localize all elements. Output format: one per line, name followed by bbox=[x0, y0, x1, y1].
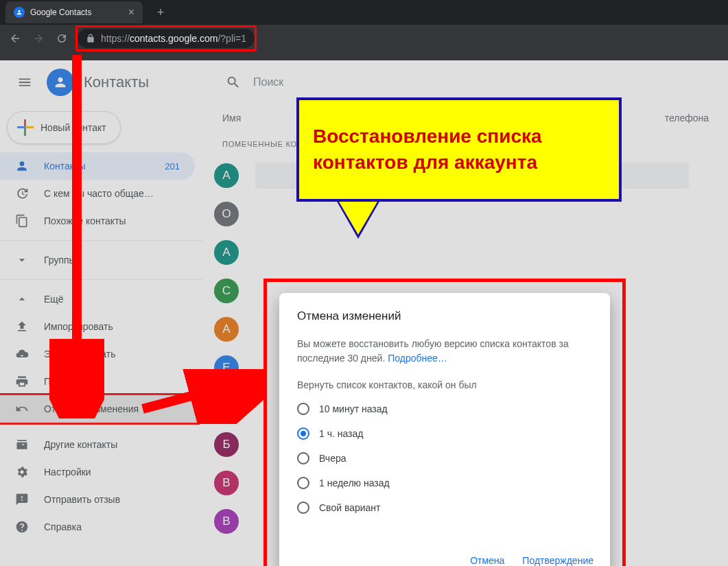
plus-icon bbox=[17, 119, 34, 136]
radio-option[interactable]: 1 неделю назад bbox=[297, 477, 592, 489]
radio-option[interactable]: Вчера bbox=[297, 452, 592, 464]
address-bar[interactable]: https://contacts.google.com/?pli=1 bbox=[78, 29, 255, 48]
sidebar-item-frequent[interactable]: С кем вы часто общае… bbox=[0, 180, 195, 207]
sidebar-item-print[interactable]: Печать bbox=[0, 368, 195, 395]
dialog-cancel-button[interactable]: Отмена bbox=[470, 555, 504, 566]
avatar: A bbox=[214, 394, 239, 418]
lock-icon bbox=[86, 34, 95, 43]
column-phone: телефона bbox=[665, 113, 709, 123]
radio-option[interactable]: Свой вариант bbox=[297, 502, 592, 514]
back-button[interactable] bbox=[5, 29, 25, 48]
sidebar-more-toggle[interactable]: Ещё bbox=[0, 285, 195, 313]
search-label: Поиск bbox=[253, 76, 283, 89]
url-scheme: https:// bbox=[101, 33, 130, 44]
sidebar-item-import[interactable]: Импортировать bbox=[0, 313, 195, 340]
radio-option[interactable]: 1 ч. назад bbox=[297, 427, 592, 440]
avatar: B bbox=[214, 471, 239, 495]
avatar: O bbox=[214, 202, 239, 226]
chevron-up-icon bbox=[15, 292, 29, 306]
history-icon bbox=[15, 187, 29, 200]
annotation-callout: Восстановление списка контактов для акка… bbox=[296, 97, 622, 202]
sidebar-groups-toggle[interactable]: Группы bbox=[0, 246, 195, 274]
sidebar-item-contacts[interactable]: Контакты 201 bbox=[0, 152, 195, 180]
undo-icon bbox=[15, 402, 29, 416]
sidebar-item-merge[interactable]: Похожие контакты bbox=[0, 207, 195, 235]
upload-icon bbox=[15, 320, 29, 333]
avatar: A bbox=[214, 163, 239, 188]
copy-icon bbox=[15, 214, 29, 228]
gear-icon bbox=[15, 465, 29, 479]
avatar: E bbox=[214, 355, 239, 380]
sidebar-item-export[interactable]: Экспортировать bbox=[0, 340, 195, 368]
avatar: A bbox=[214, 240, 239, 265]
sidebar-item-help[interactable]: Справка bbox=[0, 513, 195, 541]
forward-button[interactable] bbox=[29, 29, 48, 48]
hamburger-menu[interactable] bbox=[8, 66, 41, 99]
avatar: B bbox=[214, 509, 239, 534]
dialog-subheading: Вернуть список контактов, какой он был bbox=[297, 379, 592, 390]
search-field[interactable]: Поиск bbox=[222, 75, 688, 90]
dialog-undo-changes: Отмена изменений Вы можете восстановить … bbox=[263, 279, 626, 566]
app-title: Контакты bbox=[84, 73, 149, 91]
url-host: contacts.google.com bbox=[130, 33, 218, 44]
radio-icon bbox=[297, 427, 309, 440]
chevron-down-icon bbox=[15, 253, 29, 267]
person-icon bbox=[14, 7, 25, 18]
radio-option[interactable]: 10 минут назад bbox=[297, 403, 592, 415]
dialog-confirm-button[interactable]: Подтверждение bbox=[522, 555, 594, 566]
contact-row[interactable]: A bbox=[206, 233, 725, 272]
new-contact-button[interactable]: Новый контакт bbox=[7, 111, 121, 144]
sidebar-item-undo-changes[interactable]: Отменить изменения bbox=[0, 395, 198, 423]
avatar: C bbox=[214, 279, 239, 303]
learn-more-link[interactable]: Подробнее… bbox=[388, 353, 447, 364]
browser-tab-strip: Google Contacts × + bbox=[0, 0, 728, 25]
download-cloud-icon bbox=[15, 347, 29, 361]
url-path: /?pli=1 bbox=[218, 33, 246, 44]
radio-icon bbox=[297, 403, 309, 415]
browser-tab[interactable]: Google Contacts × bbox=[5, 1, 143, 23]
reload-button[interactable] bbox=[52, 29, 71, 48]
new-tab-button[interactable]: + bbox=[151, 3, 170, 22]
dialog-description: Вы можете восстановить любую версию спис… bbox=[297, 337, 592, 366]
radio-icon bbox=[297, 477, 309, 489]
help-icon bbox=[15, 520, 29, 534]
print-icon bbox=[15, 375, 29, 388]
sidebar-item-settings[interactable]: Настройки bbox=[0, 458, 195, 486]
app-logo bbox=[47, 69, 74, 96]
radio-icon bbox=[297, 452, 309, 464]
avatar: Б bbox=[214, 432, 239, 457]
sidebar-item-feedback[interactable]: Отправить отзыв bbox=[0, 486, 195, 513]
sidebar-item-other[interactable]: Другие контакты bbox=[0, 431, 195, 458]
sidebar: Новый контакт Контакты 201 С кем вы част… bbox=[0, 104, 203, 566]
tab-title: Google Contacts bbox=[30, 8, 91, 17]
dialog-title: Отмена изменений bbox=[297, 309, 592, 323]
close-icon[interactable]: × bbox=[128, 6, 134, 19]
radio-icon bbox=[297, 502, 309, 514]
person-icon bbox=[15, 159, 29, 173]
search-icon bbox=[226, 75, 241, 90]
avatar: A bbox=[214, 317, 239, 342]
archive-icon bbox=[15, 438, 29, 451]
feedback-icon bbox=[15, 493, 29, 506]
